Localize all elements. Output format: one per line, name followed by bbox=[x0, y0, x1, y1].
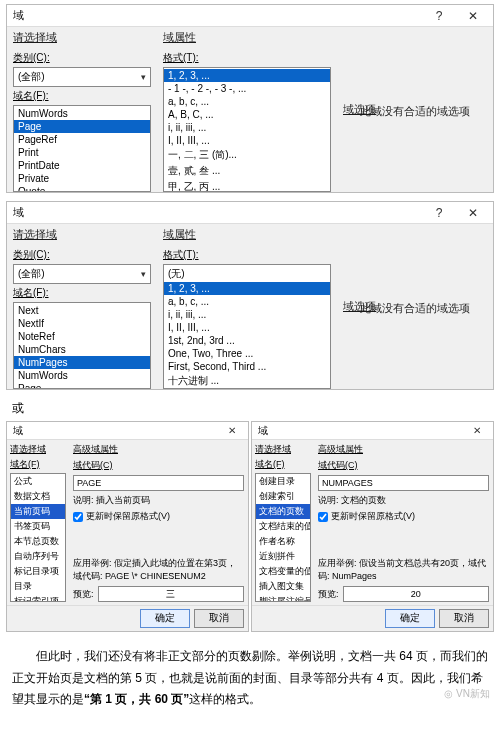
category-label: 类别(C): bbox=[13, 51, 151, 65]
fieldname-label: 域名(F): bbox=[13, 89, 151, 103]
fieldname-listbox[interactable]: NextNextIfNoteRefNumCharsNumPagesNumWord… bbox=[13, 302, 151, 389]
fieldcode-desc: 说明: 文档的页数 bbox=[318, 494, 489, 507]
format-label: 格式(T): bbox=[163, 51, 331, 65]
category-combo[interactable]: (全部) ▾ bbox=[13, 264, 151, 284]
list-item[interactable]: One, Two, Three ... bbox=[164, 347, 330, 360]
preserve-format-check[interactable] bbox=[73, 512, 83, 522]
list-item[interactable]: NumChars bbox=[14, 343, 150, 356]
list-item[interactable]: 插入图文集 bbox=[256, 579, 310, 594]
dialog-title: 域 bbox=[13, 8, 419, 23]
list-item[interactable]: PrintDate bbox=[14, 159, 150, 172]
list-item[interactable]: 数据文档 bbox=[11, 489, 65, 504]
list-item[interactable]: I, II, III, ... bbox=[164, 134, 330, 147]
fieldname-listbox[interactable]: NumWordsPagePageRefPrintPrintDatePrivate… bbox=[13, 105, 151, 192]
list-item[interactable]: 当前页码 bbox=[11, 504, 65, 519]
list-item[interactable]: Print bbox=[14, 146, 150, 159]
list-item[interactable]: a, b, c, ... bbox=[164, 95, 330, 108]
field-props-header: 域属性 bbox=[163, 228, 331, 242]
fieldname-listbox[interactable]: 公式数据文档当前页码书签页码本节总页数自动序列号标记目录项目录标记索引项索引创建… bbox=[10, 473, 66, 602]
list-item[interactable]: (无) bbox=[164, 266, 330, 282]
dialog-title: 域 bbox=[13, 424, 216, 438]
close-button[interactable]: ✕ bbox=[222, 422, 242, 440]
fieldcode-input[interactable]: NUMPAGES bbox=[318, 475, 489, 491]
list-item[interactable]: a, b, c, ... bbox=[164, 295, 330, 308]
watermark-icon: ◎ bbox=[444, 688, 453, 699]
list-item[interactable]: 作者名称 bbox=[256, 534, 310, 549]
list-item[interactable]: 文档结束的值 bbox=[256, 519, 310, 534]
list-item[interactable]: 脚注尾注编号 bbox=[256, 594, 310, 602]
list-item[interactable]: Page bbox=[14, 120, 150, 133]
list-item[interactable]: NumPages bbox=[14, 356, 150, 369]
list-item[interactable]: 1, 2, 3, ... bbox=[164, 282, 330, 295]
format-listbox[interactable]: (无)1, 2, 3, ...a, b, c, ...i, ii, iii, .… bbox=[163, 264, 331, 389]
list-item[interactable]: Quote bbox=[14, 185, 150, 192]
category-combo-value: (全部) bbox=[18, 267, 45, 281]
list-item[interactable]: - 1 -, - 2 -, - 3 -, ... bbox=[164, 82, 330, 95]
list-item[interactable]: 标记目录项 bbox=[11, 564, 65, 579]
fieldcode-input[interactable]: PAGE bbox=[73, 475, 244, 491]
list-item[interactable]: 公式 bbox=[11, 474, 65, 489]
field-dialog-page: 域 ? ✕ 请选择域 类别(C): (全部) ▾ 域名(F): NumWords… bbox=[6, 4, 494, 193]
adv-props-header: 高级域属性 bbox=[73, 443, 244, 456]
list-item[interactable]: 本节总页数 bbox=[11, 534, 65, 549]
list-item[interactable]: 标记索引项 bbox=[11, 594, 65, 602]
chevron-down-icon: ▾ bbox=[141, 72, 146, 82]
watermark: ◎ VN新知 bbox=[444, 687, 490, 701]
ok-button[interactable]: 确定 bbox=[140, 609, 190, 628]
list-item[interactable]: 自动序列号 bbox=[11, 549, 65, 564]
fieldname-label: 域名(F): bbox=[13, 286, 151, 300]
list-item[interactable]: Page bbox=[14, 382, 150, 389]
list-item[interactable]: 书签页码 bbox=[11, 519, 65, 534]
list-item[interactable]: 1st, 2nd, 3rd ... bbox=[164, 334, 330, 347]
help-button[interactable]: ? bbox=[425, 5, 453, 27]
fieldcode-label: 域代码(C) bbox=[318, 459, 489, 472]
dialog-title: 域 bbox=[258, 424, 461, 438]
preserve-format-checkbox[interactable]: 更新时保留原格式(V) bbox=[318, 510, 489, 523]
close-button[interactable]: ✕ bbox=[467, 422, 487, 440]
list-item[interactable]: Private bbox=[14, 172, 150, 185]
close-button[interactable]: ✕ bbox=[459, 202, 487, 224]
list-item[interactable]: 文档的页数 bbox=[256, 504, 310, 519]
list-item[interactable]: NumWords bbox=[14, 369, 150, 382]
list-item[interactable]: 近刻拼件 bbox=[256, 549, 310, 564]
field-dialog-numpages: 域 ? ✕ 请选择域 类别(C): (全部) ▾ 域名(F): NextNext… bbox=[6, 201, 494, 390]
list-item[interactable]: NoteRef bbox=[14, 330, 150, 343]
list-item[interactable]: 一, 二, 三 (简)... bbox=[164, 147, 330, 163]
cancel-button[interactable]: 取消 bbox=[439, 609, 489, 628]
fieldname-label: 域名(F) bbox=[255, 458, 311, 471]
list-item[interactable]: 壹, 贰, 叁 ... bbox=[164, 163, 330, 179]
preserve-format-check[interactable] bbox=[318, 512, 328, 522]
list-item[interactable]: 目录 bbox=[11, 579, 65, 594]
category-combo[interactable]: (全部) ▾ bbox=[13, 67, 151, 87]
ok-button[interactable]: 确定 bbox=[385, 609, 435, 628]
format-listbox[interactable]: 1, 2, 3, ...- 1 -, - 2 -, - 3 -, ...a, b… bbox=[163, 67, 331, 192]
body-paragraph: 但此时，我们还没有将非正文部分的页数剔除。举例说明，文档一共 64 页，而我们的… bbox=[12, 646, 488, 711]
help-button[interactable]: ? bbox=[425, 202, 453, 224]
format-label: 格式(T): bbox=[163, 248, 331, 262]
list-item[interactable]: PageRef bbox=[14, 133, 150, 146]
or-label: 或 bbox=[12, 400, 488, 417]
list-item[interactable]: First, Second, Third ... bbox=[164, 360, 330, 373]
list-item[interactable]: 创建目录 bbox=[256, 474, 310, 489]
list-item[interactable]: Next bbox=[14, 304, 150, 317]
list-item[interactable]: 文档变量的值 bbox=[256, 564, 310, 579]
advanced-field-dialog-numpages: 域 ✕ 请选择域 域名(F) 创建目录创建索引文档的页数文档结束的值作者名称近刻… bbox=[251, 421, 494, 632]
titlebar: 域 ? ✕ bbox=[7, 5, 493, 27]
list-item[interactable]: i, ii, iii, ... bbox=[164, 308, 330, 321]
list-item[interactable]: I, II, III, ... bbox=[164, 321, 330, 334]
close-button[interactable]: ✕ bbox=[459, 5, 487, 27]
titlebar: 域 ? ✕ bbox=[7, 202, 493, 224]
cancel-button[interactable]: 取消 bbox=[194, 609, 244, 628]
list-item[interactable]: 甲, 乙, 丙 ... bbox=[164, 179, 330, 192]
preserve-format-checkbox[interactable]: 更新时保留原格式(V) bbox=[73, 510, 244, 523]
list-item[interactable]: 十六进制 ... bbox=[164, 373, 330, 389]
adv-props-header: 高级域属性 bbox=[318, 443, 489, 456]
para-bold: “第 1 页，共 60 页” bbox=[84, 692, 189, 706]
list-item[interactable]: 创建索引 bbox=[256, 489, 310, 504]
list-item[interactable]: NextIf bbox=[14, 317, 150, 330]
list-item[interactable]: NumWords bbox=[14, 107, 150, 120]
fieldname-listbox[interactable]: 创建目录创建索引文档的页数文档结束的值作者名称近刻拼件文档变量的值插入图文集脚注… bbox=[255, 473, 311, 602]
list-item[interactable]: 1, 2, 3, ... bbox=[164, 69, 330, 82]
list-item[interactable]: i, ii, iii, ... bbox=[164, 121, 330, 134]
list-item[interactable]: A, B, C, ... bbox=[164, 108, 330, 121]
